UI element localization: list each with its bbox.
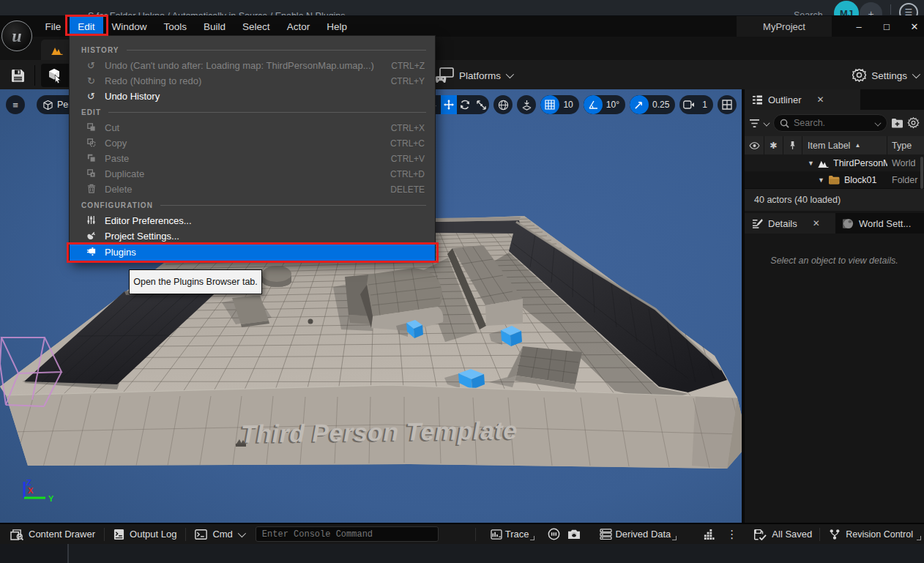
surface-snapping-button[interactable]	[517, 95, 536, 114]
outliner-icon	[752, 95, 763, 105]
project-title-tab[interactable]: MyProject	[737, 16, 832, 37]
chevron-down-icon[interactable]	[763, 119, 770, 126]
outliner-scrollbar[interactable]	[920, 157, 923, 189]
star-column-header[interactable]: ✱	[764, 136, 783, 154]
record-icon	[548, 528, 560, 540]
undo-history-icon: ↺	[86, 91, 97, 102]
expand-caret-icon[interactable]: ▼	[808, 160, 818, 167]
revision-control-icon	[829, 529, 841, 540]
move-tool[interactable]	[441, 95, 457, 114]
menu-item-undo[interactable]: ↺ Undo (Can't undo after: Loading map: T…	[70, 58, 435, 73]
details-panel-body: Select an object to view details.	[745, 234, 924, 523]
cmd-dropdown[interactable]: Cmd	[186, 524, 252, 544]
close-icon[interactable]: ✕	[817, 94, 824, 105]
trace-icon	[491, 529, 502, 540]
details-icon	[752, 218, 763, 228]
menu-item-cut[interactable]: Cut CTRL+X	[70, 120, 435, 135]
more-options-icon[interactable]: ⋮	[719, 524, 745, 544]
user-icon[interactable]: +	[860, 2, 882, 16]
cmd-icon	[195, 529, 207, 540]
camera-icon	[679, 95, 698, 114]
menu-section-header: HISTORY	[70, 42, 435, 58]
hamburger-icon[interactable]: ☰	[899, 3, 918, 16]
screenshot-button[interactable]	[566, 524, 585, 544]
tooltip: Open the Plugins Browser tab.	[129, 269, 262, 294]
resize-corner-icon	[672, 536, 677, 540]
tab-outliner[interactable]: Outliner ✕	[745, 89, 860, 110]
editor-preferences-icon	[86, 215, 97, 227]
search-input[interactable]: Search.	[773, 114, 887, 132]
filter-icon[interactable]	[749, 119, 760, 128]
outliner-row-thirdpersonmap[interactable]: ▼ ThirdPersonM World	[745, 154, 924, 171]
pin-column-header[interactable]	[783, 136, 802, 154]
maximize-button[interactable]: □	[873, 16, 901, 37]
rotation-snap-control[interactable]: 10°	[584, 95, 625, 114]
quad-view-button[interactable]	[718, 95, 737, 114]
outliner-row-block01[interactable]: ▼ Block01 Folder	[745, 171, 924, 188]
console-command-input[interactable]	[256, 526, 439, 542]
right-panel: Outliner ✕ Search. ✱ Item Labe	[745, 89, 924, 523]
menu-help[interactable]: Help	[318, 16, 356, 37]
menu-select[interactable]: Select	[234, 16, 279, 37]
camera-speed-control[interactable]: 1	[679, 95, 713, 114]
insights-button[interactable]	[698, 524, 719, 544]
menu-item-plugins[interactable]: Plugins	[70, 244, 435, 261]
avatar[interactable]: MJ	[834, 1, 859, 16]
outliner-settings-icon[interactable]	[907, 117, 920, 130]
close-icon[interactable]: ✕	[813, 218, 820, 228]
svg-text:Y: Y	[48, 494, 54, 503]
menu-item-copy[interactable]: Copy CTRL+C	[70, 135, 435, 151]
menu-item-duplicate[interactable]: Duplicate CTRL+D	[70, 166, 435, 182]
type-column-header[interactable]: Type	[887, 136, 924, 154]
menu-edit[interactable]: Edit	[70, 16, 103, 37]
divider	[890, 4, 891, 15]
scale-snap-control[interactable]: 0.25	[630, 95, 675, 114]
grid-snap-icon	[540, 95, 559, 114]
output-log-button[interactable]: Output Log	[105, 524, 185, 544]
add-folder-icon[interactable]	[891, 118, 903, 129]
world-coordinate-button[interactable]	[493, 95, 513, 114]
menu-window[interactable]: Window	[103, 16, 155, 37]
outliner-toolbar: Search.	[745, 110, 924, 136]
close-button[interactable]: ✕	[901, 16, 924, 37]
tab-details[interactable]: Details ✕	[745, 213, 835, 234]
record-button[interactable]	[548, 524, 563, 544]
item-label-column-header[interactable]: Item Label ▲	[802, 136, 887, 154]
content-drawer-button[interactable]: Content Drawer	[0, 524, 104, 544]
viewport-options-button[interactable]: ≡	[6, 95, 25, 114]
copy-icon	[86, 138, 97, 149]
tab-world-settings[interactable]: World Sett...	[835, 213, 924, 234]
scale-tool[interactable]	[473, 95, 489, 114]
menu-item-redo[interactable]: ↻ Redo (Nothing to redo) CTRL+Y	[70, 73, 435, 89]
menu-item-delete[interactable]: Delete DELETE	[70, 182, 435, 197]
window-controls: – □ ✕	[845, 16, 924, 37]
menu-tools[interactable]: Tools	[155, 16, 195, 37]
rotate-tool[interactable]	[457, 95, 473, 114]
minimize-button[interactable]: –	[845, 16, 873, 37]
resize-corner-icon	[917, 536, 921, 540]
menu-item-undo-history[interactable]: ↺ Undo History	[70, 89, 435, 104]
edit-menu-dropdown: HISTORY ↺ Undo (Can't undo after: Loadin…	[69, 35, 436, 262]
menu-item-editor-preferences[interactable]: Editor Preferences...	[70, 213, 435, 228]
expand-caret-icon[interactable]: ▼	[818, 176, 828, 184]
duplicate-icon	[86, 168, 97, 180]
quad-view-icon	[722, 100, 732, 110]
derived-data-button[interactable]: Derived Data	[594, 524, 681, 544]
revision-control-button[interactable]: Revision Control	[820, 524, 924, 544]
visibility-column-header[interactable]	[745, 136, 764, 154]
settings-dropdown[interactable]: Settings	[852, 64, 918, 87]
project-settings-icon	[86, 231, 97, 242]
trace-button[interactable]: Trace	[476, 524, 541, 544]
outliner-column-header: ✱ Item Label ▲ Type	[745, 136, 924, 154]
save-icon	[11, 69, 25, 83]
menu-file[interactable]: File	[37, 16, 70, 37]
menu-section-header: CONFIGURATION	[70, 197, 435, 213]
menu-item-paste[interactable]: Paste CTRL+V	[70, 151, 435, 166]
menu-actor[interactable]: Actor	[278, 16, 318, 37]
platforms-dropdown[interactable]: Platforms	[435, 64, 512, 87]
grid-snap-control[interactable]: 10	[540, 95, 578, 114]
save-status-button[interactable]: All Saved	[745, 524, 819, 544]
menu-item-project-settings[interactable]: Project Settings...	[70, 228, 435, 244]
menu-build[interactable]: Build	[195, 16, 234, 37]
save-button[interactable]	[7, 66, 28, 85]
